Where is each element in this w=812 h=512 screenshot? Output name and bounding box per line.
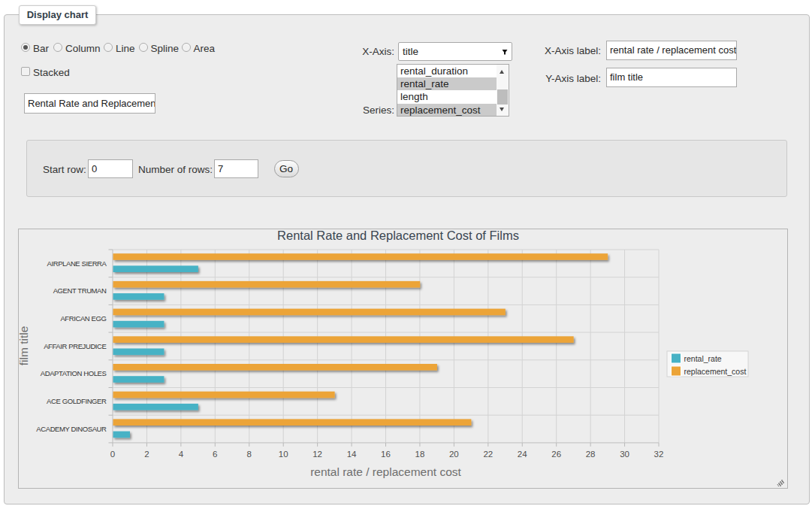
svg-text:rental rate / replacement cost: rental rate / replacement cost [310,465,461,478]
svg-text:replacement_cost: replacement_cost [684,367,747,376]
svg-text:AIRPLANE SIERRA: AIRPLANE SIERRA [47,259,107,268]
svg-text:ADAPTATION HOLES: ADAPTATION HOLES [41,369,107,377]
svg-text:ACADEMY DINOSAUR: ACADEMY DINOSAUR [36,425,107,433]
svg-text:film title: film title [17,326,30,366]
svg-text:AFFAIR PREJUDICE: AFFAIR PREJUDICE [44,342,106,350]
svg-text:30: 30 [620,450,629,459]
svg-text:8: 8 [247,450,252,459]
svg-text:AGENT TRUMAN: AGENT TRUMAN [53,286,107,295]
svg-text:0: 0 [110,450,115,459]
svg-text:2: 2 [144,450,149,459]
svg-text:10: 10 [279,450,288,459]
svg-text:12: 12 [312,450,322,459]
svg-text:28: 28 [586,450,596,459]
svg-text:24: 24 [518,450,527,459]
svg-text:14: 14 [347,450,357,459]
svg-text:rental_rate: rental_rate [684,354,722,363]
svg-text:22: 22 [483,450,493,459]
svg-text:Rental Rate and Replacement Co: Rental Rate and Replacement Cost of Film… [277,229,519,242]
svg-text:ACE GOLDFINGER: ACE GOLDFINGER [47,397,107,405]
svg-text:26: 26 [551,450,561,459]
svg-text:4: 4 [179,450,184,459]
svg-text:16: 16 [381,450,391,459]
svg-text:32: 32 [654,450,664,459]
svg-text:AFRICAN EGG: AFRICAN EGG [60,314,106,323]
svg-text:18: 18 [415,450,425,459]
svg-text:20: 20 [449,450,459,459]
svg-text:6: 6 [213,450,217,459]
